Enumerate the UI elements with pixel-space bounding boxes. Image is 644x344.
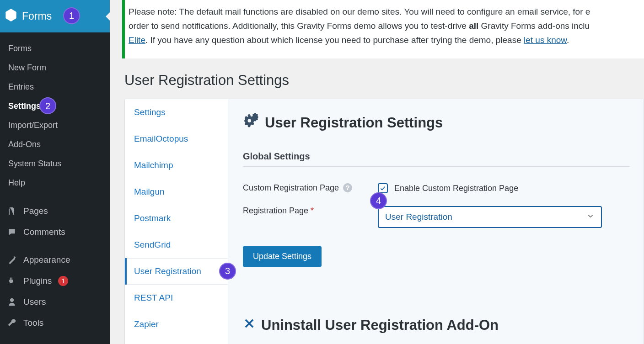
sidebar-subitem-import-export[interactable]: Import/Export (0, 116, 110, 135)
select-registration-page[interactable]: User Registration (378, 206, 602, 228)
sidebar-subitem-help[interactable]: Help (0, 173, 110, 192)
settings-tab-postmark[interactable]: Postmark (125, 205, 228, 232)
sidebar-item-users[interactable]: Users (0, 291, 110, 312)
plugins-icon (7, 276, 17, 286)
users-icon (7, 297, 17, 307)
checkbox-label: Enable Custom Registration Page (394, 184, 518, 193)
sidebar-item-label: Appearance (23, 255, 70, 265)
sidebar-parent-label: Forms (22, 10, 52, 22)
label-custom-registration-page: Custom Registration Page (243, 183, 339, 192)
admin-sidebar: Forms 1 FormsNew FormEntriesSettings2Imp… (0, 0, 110, 344)
settings-tab-mailgun[interactable]: Mailgun (125, 179, 228, 205)
settings-tab-settings[interactable]: Settings (125, 99, 228, 126)
comments-icon (7, 228, 17, 237)
required-indicator: * (311, 206, 314, 215)
uninstall-heading-text: Uninstall User Registration Add-On (261, 317, 499, 333)
chevron-down-icon (586, 212, 595, 222)
select-value: User Registration (385, 212, 452, 222)
help-icon[interactable]: ? (343, 183, 352, 192)
content-area: Please note: The default mail functions … (110, 0, 644, 344)
sidebar-item-label: Pages (23, 206, 48, 216)
notice-bold: all (469, 21, 478, 31)
panel-heading: User Registration Settings (243, 113, 630, 133)
update-settings-button[interactable]: Update Settings (243, 246, 322, 267)
sidebar-subitem-add-ons[interactable]: Add-Ons (0, 135, 110, 154)
tools-icon (7, 318, 17, 328)
sidebar-subitem-settings[interactable]: Settings2 (0, 96, 110, 116)
notice-line3-end: . (567, 35, 569, 45)
pages-icon (7, 206, 17, 216)
sidebar-current-parent[interactable]: Forms 1 (0, 0, 110, 32)
sidebar-item-comments[interactable]: Comments (0, 222, 110, 243)
sidebar-item-label: Plugins (23, 276, 52, 286)
panel-heading-text: User Registration Settings (265, 115, 443, 131)
notice-link-letusknow[interactable]: let us know (524, 35, 567, 45)
sidebar-item-appearance[interactable]: Appearance (0, 249, 110, 270)
settings-tab-mailchimp[interactable]: Mailchimp (125, 152, 228, 179)
sidebar-subitem-new-form[interactable]: New Form (0, 58, 110, 77)
appearance-icon (7, 255, 17, 265)
label-registration-page: Registration Page (243, 206, 308, 215)
sidebar-item-plugins[interactable]: Plugins1 (0, 270, 110, 291)
admin-notice: Please note: The default mail functions … (122, 0, 644, 58)
sidebar-item-pages[interactable]: Pages (0, 201, 110, 222)
close-icon (243, 317, 256, 333)
settings-tab-emailoctopus[interactable]: EmailOctopus (125, 126, 228, 152)
step-badge-4: 4 (370, 192, 387, 209)
sidebar-subitem-system-status[interactable]: System Status (0, 154, 110, 173)
sidebar-item-label: Users (23, 297, 46, 307)
step-badge-3: 3 (219, 263, 236, 280)
section-global-settings: Global Settings (243, 151, 630, 167)
forms-icon (5, 9, 22, 24)
checkbox-enable-custom-registration[interactable] (378, 183, 388, 193)
uninstall-heading: Uninstall User Registration Add-On (243, 317, 630, 333)
row-custom-registration-page: Custom Registration Page ? Enable Custom… (243, 183, 630, 193)
sidebar-item-label: Comments (23, 227, 65, 237)
notice-link-elite[interactable]: Elite (129, 35, 145, 45)
settings-tabs: SettingsEmailOctopusMailchimpMailgunPost… (125, 99, 228, 344)
notice-line2b: Gravity Forms add-ons inclu (478, 21, 590, 31)
sidebar-subitem-forms[interactable]: Forms (0, 39, 110, 58)
update-count-badge: 1 (58, 276, 68, 286)
settings-panel: User Registration Settings Global Settin… (228, 99, 644, 344)
settings-tab-rest-api[interactable]: REST API (125, 285, 228, 311)
settings-tab-sendgrid[interactable]: SendGrid (125, 232, 228, 258)
sidebar-item-label: Tools (23, 318, 43, 328)
notice-line1: Please note: The default mail functions … (129, 7, 590, 16)
gears-icon (243, 113, 259, 133)
notice-line3-mid: . If you have any question about which l… (145, 35, 524, 45)
notice-line2a: order to send notifications. Additionall… (129, 21, 469, 31)
step-badge-1: 1 (63, 7, 80, 24)
settings-tab-user-registration[interactable]: User Registration3 (125, 258, 228, 285)
settings-tab-zapier[interactable]: Zapier (125, 311, 228, 338)
sidebar-item-tools[interactable]: Tools (0, 312, 110, 333)
sidebar-subitem-entries[interactable]: Entries (0, 77, 110, 96)
step-badge-2: 2 (39, 97, 56, 114)
row-registration-page: 4 Registration Page * User Registration (243, 206, 630, 228)
page-title: User Registration Settings (124, 72, 644, 89)
